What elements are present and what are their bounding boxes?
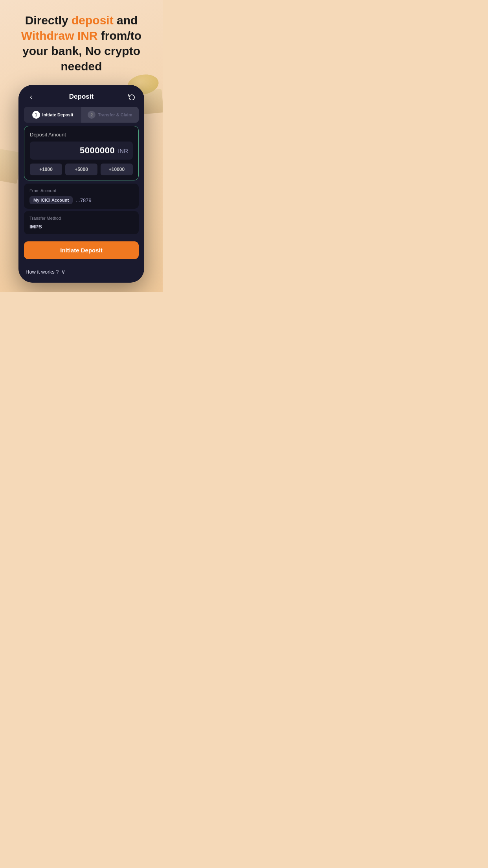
account-number: ...7879: [76, 197, 92, 203]
step-2-label: Transfer & Claim: [98, 112, 132, 117]
quick-btn-1000[interactable]: +1000: [30, 164, 62, 175]
back-button[interactable]: ‹: [26, 91, 37, 102]
from-account-block: From Account My ICICI Account ...7879: [24, 184, 139, 209]
step-2[interactable]: 2 Transfer & Claim: [81, 107, 139, 123]
history-button[interactable]: [126, 91, 137, 102]
chevron-down-icon: ∨: [61, 268, 65, 275]
page-wrapper: Directly deposit and Withdraw INR from/t…: [0, 0, 163, 292]
app-title: Deposit: [69, 93, 94, 101]
phone-inner: ‹ Deposit 1 Initiate Deposit 2 Transf: [18, 85, 144, 283]
deposit-amount-card: Deposit Amount 5000000 INR +1000 +5000 +…: [24, 126, 139, 180]
transfer-method-value: IMPS: [29, 224, 133, 230]
quick-btn-5000[interactable]: +5000: [65, 164, 97, 175]
deposit-card-title: Deposit Amount: [30, 132, 133, 138]
how-it-works-row[interactable]: How it works ? ∨: [18, 264, 144, 283]
steps-row: 1 Initiate Deposit 2 Transfer & Claim: [24, 107, 139, 123]
amount-input-row[interactable]: 5000000 INR: [30, 142, 133, 160]
quick-btn-10000[interactable]: +10000: [101, 164, 133, 175]
account-badge: My ICICI Account: [29, 196, 73, 204]
currency-label: INR: [118, 147, 128, 154]
headline: Directly deposit and Withdraw INR from/t…: [15, 13, 148, 74]
transfer-method-label: Transfer Method: [29, 216, 133, 221]
how-it-works-text: How it works ?: [26, 269, 59, 275]
app-topbar: ‹ Deposit: [18, 85, 144, 107]
initiate-deposit-button[interactable]: Initiate Deposit: [24, 241, 139, 259]
phone-frame: ‹ Deposit 1 Initiate Deposit 2 Transf: [18, 85, 144, 283]
amount-value: 5000000: [80, 145, 115, 156]
account-row: My ICICI Account ...7879: [29, 196, 133, 204]
step-1-label: Initiate Deposit: [42, 112, 73, 117]
step-2-num: 2: [88, 111, 95, 119]
step-1-num: 1: [32, 111, 40, 119]
quick-btns: +1000 +5000 +10000: [30, 164, 133, 175]
step-1[interactable]: 1 Initiate Deposit: [24, 107, 81, 123]
transfer-method-block: Transfer Method IMPS: [24, 211, 139, 234]
from-account-label: From Account: [29, 188, 133, 193]
